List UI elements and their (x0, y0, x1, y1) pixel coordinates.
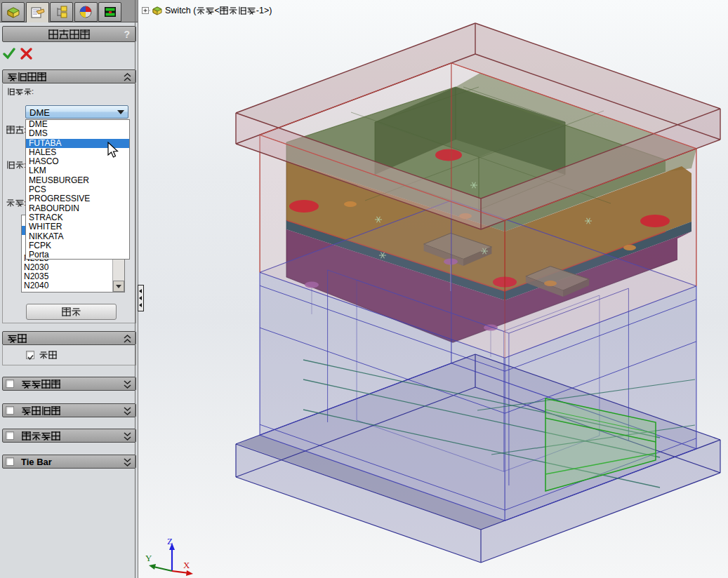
svg-text:X: X (183, 560, 190, 570)
svg-text:Y: Y (145, 553, 152, 563)
svg-text:Z: Z (167, 536, 173, 546)
